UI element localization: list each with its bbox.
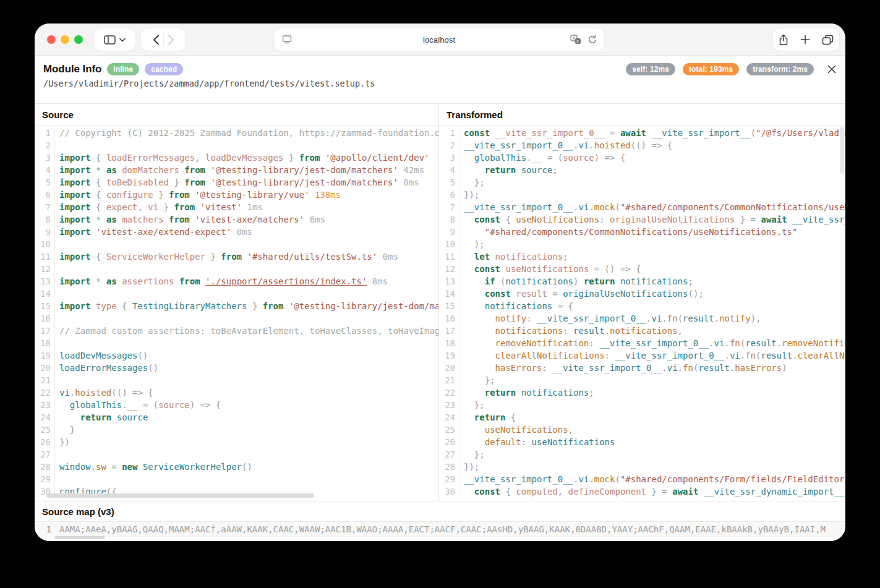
code-line: 21 (35, 374, 438, 386)
line-number: 27 (439, 448, 459, 461)
source-code[interactable]: 1// Copyright (C) 2012-2025 Zammad Found… (35, 127, 438, 501)
back-icon[interactable] (153, 35, 160, 45)
line-number: 14 (35, 288, 55, 300)
code-line: 20loadErrorMessages() (35, 362, 438, 374)
line-number: 15 (35, 300, 55, 312)
code-line: 30 const { computed, defineComponent } =… (439, 485, 845, 498)
code-line: 12 const useNotifications = () => { (439, 263, 845, 275)
minimize-window-button[interactable] (61, 35, 69, 44)
code-line: 3import { loadErrorMessages, loadDevMess… (35, 151, 438, 164)
line-number: 22 (35, 386, 55, 399)
code-line: 4import * as domMatchers from '@testing-… (35, 164, 438, 176)
transformed-panel: Transformed 1const __vite_ssr_import_0__… (439, 104, 845, 501)
code-line: 14 const result = originalUseNotificatio… (439, 288, 845, 300)
code-line: 8import * as matchers from 'vitest-axe/m… (35, 213, 438, 226)
traffic-lights (47, 35, 83, 44)
code-line: 19loadDevMessages() (35, 349, 438, 362)
line-number: 25 (439, 424, 459, 436)
line-number: 21 (439, 374, 459, 386)
forward-icon[interactable] (168, 35, 174, 45)
share-icon[interactable] (779, 34, 788, 46)
line-number: 9 (439, 226, 459, 238)
code-line: 8 const { useNotifications: originalUseN… (439, 213, 845, 226)
sourcemap-mappings: AAMA;AAeA,yBAAG,QAAQ,MAAM;AACf,aAAW,KAAK… (55, 522, 826, 537)
address-bar[interactable]: localhost A x (274, 28, 604, 51)
status-badge: cached (145, 63, 183, 75)
code-line: 1// Copyright (C) 2012-2025 Zammad Found… (35, 127, 438, 139)
line-number: 6 (35, 189, 55, 201)
line-number: 12 (439, 263, 459, 275)
code-line: 11import { ServiceWorkerHelper } from '#… (35, 250, 438, 263)
line-number: 7 (439, 201, 459, 213)
line-number: 10 (439, 238, 459, 250)
close-window-button[interactable] (47, 35, 56, 44)
sourcemap-title: Source map (v3) (35, 501, 845, 522)
tab-overview-icon[interactable] (822, 35, 834, 45)
line-number: 1 (35, 127, 55, 139)
page-icon (282, 35, 292, 44)
navigation-buttons (141, 28, 186, 51)
code-line: 2__vite_ssr_import_0__.vi.hoisted(() => … (439, 139, 845, 151)
code-line: 16 notify: __vite_ssr_import_0__.vi.fn(r… (439, 312, 845, 325)
code-line: 22vi.hoisted(() => { (35, 386, 438, 399)
line-number: 11 (35, 250, 55, 263)
sourcemap-scrollbar[interactable] (54, 536, 105, 539)
source-panel: Source 1// Copyright (C) 2012-2025 Zamma… (35, 104, 439, 501)
code-line: 29__vite_ssr_import_0__.vi.mock("#shared… (439, 473, 845, 485)
code-line: 14 (35, 288, 438, 300)
vertical-scrollbar[interactable] (840, 127, 844, 174)
code-line: 4 return source; (439, 164, 845, 176)
svg-text:A: A (572, 35, 575, 41)
translate-icon[interactable]: A x (570, 35, 581, 45)
horizontal-scrollbar[interactable] (46, 493, 314, 498)
line-number: 8 (439, 213, 459, 226)
transformed-code[interactable]: 1const __vite_ssr_import_0__ = await __v… (439, 127, 845, 501)
transformed-panel-title: Transformed (439, 104, 845, 126)
code-line: 15import type { TestingLibraryMatchers }… (35, 300, 438, 312)
module-file-path: /Users/vladimir/Projects/zammad/app/fron… (43, 79, 837, 88)
line-number: 1 (439, 127, 459, 139)
line-number: 29 (35, 473, 55, 485)
code-line: 3 globalThis.__ = (source) => { (439, 151, 845, 164)
code-line: 29 (35, 473, 438, 485)
line-number: 9 (35, 226, 55, 238)
line-number: 18 (35, 337, 55, 349)
zoom-window-button[interactable] (74, 35, 83, 44)
code-line: 10 (35, 238, 438, 250)
code-line: 16 (35, 312, 438, 325)
code-line: 23 }; (439, 399, 845, 411)
line-number: 3 (35, 151, 55, 164)
code-line: 23 globalThis.__ = (source) => { (35, 399, 438, 411)
code-line: 7import { expect, vi } from 'vitest' 1ms (35, 201, 438, 213)
code-line: 13import * as assertions from './support… (35, 275, 438, 288)
line-number: 16 (439, 312, 459, 325)
line-number: 23 (35, 399, 55, 411)
close-icon[interactable] (827, 64, 837, 74)
code-line: 26 default: useNotifications (439, 436, 845, 448)
timing-badges: self: 12mstotal: 193mstransform: 2ms (626, 63, 814, 75)
line-number: 11 (439, 250, 459, 263)
line-number: 10 (35, 238, 55, 250)
code-line: 27 }; (439, 448, 845, 461)
line-number: 13 (35, 275, 55, 288)
reload-icon[interactable] (587, 35, 597, 45)
line-number: 30 (439, 485, 459, 498)
line-number: 19 (439, 349, 459, 362)
line-number: 6 (439, 189, 459, 201)
code-line: 17 notifications: result.notifications, (439, 325, 845, 337)
code-line: 5import { toBeDisabled } from '@testing-… (35, 176, 438, 189)
sidebar-button[interactable] (94, 28, 135, 51)
code-line: 25 } (35, 424, 438, 436)
new-tab-icon[interactable] (800, 35, 810, 45)
status-badge: inline (107, 63, 139, 75)
code-line: 27 (35, 448, 438, 461)
svg-text:x: x (576, 39, 579, 43)
code-line: 18 (35, 337, 438, 349)
line-number: 2 (439, 139, 459, 151)
code-line: 28}); (439, 461, 845, 473)
line-number: 18 (439, 337, 459, 349)
line-number: 24 (439, 411, 459, 424)
code-line: 13 if (notifications) return notificatio… (439, 275, 845, 288)
code-line: 19 clearAllNotifications: __vite_ssr_imp… (439, 349, 845, 362)
code-line: 7__vite_ssr_import_0__.vi.mock("#shared/… (439, 201, 845, 213)
